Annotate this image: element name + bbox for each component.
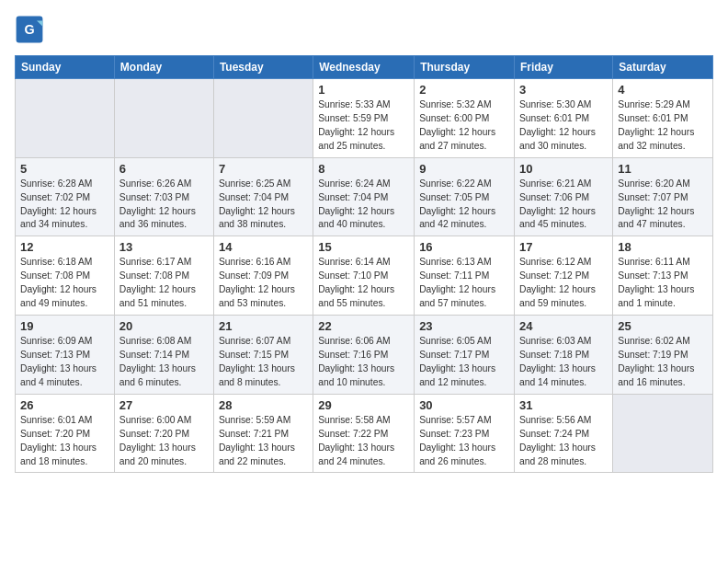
day-number: 10: [519, 162, 608, 176]
svg-text:G: G: [24, 22, 34, 37]
day-info: Sunrise: 6:01 AM Sunset: 7:20 PM Dayligh…: [20, 414, 109, 469]
day-number: 13: [119, 240, 209, 254]
calendar-cell: 19Sunrise: 6:09 AM Sunset: 7:13 PM Dayli…: [16, 316, 115, 395]
day-info: Sunrise: 6:25 AM Sunset: 7:04 PM Dayligh…: [219, 178, 308, 233]
calendar-cell: 20Sunrise: 6:08 AM Sunset: 7:14 PM Dayli…: [114, 316, 213, 395]
day-info: Sunrise: 6:28 AM Sunset: 7:02 PM Dayligh…: [20, 178, 109, 233]
calendar-cell: 4Sunrise: 5:29 AM Sunset: 6:01 PM Daylig…: [613, 79, 713, 158]
day-number: 7: [219, 162, 308, 176]
calendar-week-row: 1Sunrise: 5:33 AM Sunset: 5:59 PM Daylig…: [16, 79, 713, 158]
day-info: Sunrise: 6:05 AM Sunset: 7:17 PM Dayligh…: [419, 335, 509, 390]
calendar-cell: 31Sunrise: 5:56 AM Sunset: 7:24 PM Dayli…: [514, 394, 612, 473]
calendar-cell: 27Sunrise: 6:00 AM Sunset: 7:20 PM Dayli…: [114, 394, 213, 473]
calendar-cell: 17Sunrise: 6:12 AM Sunset: 7:12 PM Dayli…: [514, 236, 612, 316]
day-info: Sunrise: 5:30 AM Sunset: 6:01 PM Dayligh…: [519, 98, 608, 154]
calendar-cell: [16, 79, 115, 158]
day-info: Sunrise: 6:14 AM Sunset: 7:10 PM Dayligh…: [318, 256, 409, 311]
calendar-cell: 8Sunrise: 6:24 AM Sunset: 7:04 PM Daylig…: [313, 157, 415, 236]
day-info: Sunrise: 6:22 AM Sunset: 7:05 PM Dayligh…: [419, 178, 509, 233]
day-number: 26: [20, 398, 109, 412]
calendar-cell: 13Sunrise: 6:17 AM Sunset: 7:08 PM Dayli…: [114, 236, 213, 316]
day-header-friday: Friday: [514, 56, 612, 79]
day-header-wednesday: Wednesday: [313, 56, 415, 79]
day-number: 8: [318, 162, 409, 176]
day-header-thursday: Thursday: [415, 56, 515, 79]
calendar-cell: 1Sunrise: 5:33 AM Sunset: 5:59 PM Daylig…: [313, 79, 415, 158]
day-number: 25: [618, 319, 708, 333]
day-number: 11: [618, 162, 708, 176]
day-info: Sunrise: 6:24 AM Sunset: 7:04 PM Dayligh…: [318, 178, 409, 233]
day-header-monday: Monday: [114, 56, 213, 79]
calendar-cell: [213, 79, 313, 158]
day-number: 20: [119, 319, 209, 333]
day-number: 18: [618, 240, 708, 254]
calendar-cell: 22Sunrise: 6:06 AM Sunset: 7:16 PM Dayli…: [313, 316, 415, 395]
calendar-week-row: 5Sunrise: 6:28 AM Sunset: 7:02 PM Daylig…: [16, 157, 713, 236]
day-info: Sunrise: 6:09 AM Sunset: 7:13 PM Dayligh…: [20, 335, 109, 390]
page-header: G: [15, 15, 713, 44]
calendar-week-row: 26Sunrise: 6:01 AM Sunset: 7:20 PM Dayli…: [16, 394, 713, 473]
day-number: 2: [419, 83, 509, 97]
calendar-cell: 28Sunrise: 5:59 AM Sunset: 7:21 PM Dayli…: [213, 394, 313, 473]
calendar-cell: 24Sunrise: 6:03 AM Sunset: 7:18 PM Dayli…: [514, 316, 612, 395]
day-header-sunday: Sunday: [16, 56, 115, 79]
day-info: Sunrise: 6:18 AM Sunset: 7:08 PM Dayligh…: [20, 256, 109, 311]
day-number: 16: [419, 240, 509, 254]
day-number: 28: [219, 398, 308, 412]
calendar-cell: [114, 79, 213, 158]
calendar-cell: 2Sunrise: 5:32 AM Sunset: 6:00 PM Daylig…: [415, 79, 515, 158]
day-number: 23: [419, 319, 509, 333]
day-info: Sunrise: 6:03 AM Sunset: 7:18 PM Dayligh…: [519, 335, 608, 390]
day-info: Sunrise: 5:33 AM Sunset: 5:59 PM Dayligh…: [318, 98, 409, 154]
day-number: 12: [20, 240, 109, 254]
calendar-cell: 10Sunrise: 6:21 AM Sunset: 7:06 PM Dayli…: [514, 157, 612, 236]
day-info: Sunrise: 6:07 AM Sunset: 7:15 PM Dayligh…: [219, 335, 308, 390]
calendar-cell: 5Sunrise: 6:28 AM Sunset: 7:02 PM Daylig…: [16, 157, 115, 236]
calendar-cell: 7Sunrise: 6:25 AM Sunset: 7:04 PM Daylig…: [213, 157, 313, 236]
logo-icon: G: [15, 15, 44, 44]
day-number: 6: [119, 162, 209, 176]
calendar-cell: 29Sunrise: 5:58 AM Sunset: 7:22 PM Dayli…: [313, 394, 415, 473]
day-info: Sunrise: 6:02 AM Sunset: 7:19 PM Dayligh…: [618, 335, 708, 390]
day-info: Sunrise: 5:59 AM Sunset: 7:21 PM Dayligh…: [219, 414, 308, 469]
day-info: Sunrise: 6:17 AM Sunset: 7:08 PM Dayligh…: [119, 256, 209, 311]
calendar-cell: 11Sunrise: 6:20 AM Sunset: 7:07 PM Dayli…: [613, 157, 713, 236]
day-number: 19: [20, 319, 109, 333]
day-number: 5: [20, 162, 109, 176]
day-number: 3: [519, 83, 608, 97]
day-number: 15: [318, 240, 409, 254]
calendar-cell: 21Sunrise: 6:07 AM Sunset: 7:15 PM Dayli…: [213, 316, 313, 395]
day-info: Sunrise: 6:21 AM Sunset: 7:06 PM Dayligh…: [519, 178, 608, 233]
calendar-cell: 18Sunrise: 6:11 AM Sunset: 7:13 PM Dayli…: [613, 236, 713, 316]
day-number: 24: [519, 319, 608, 333]
day-number: 21: [219, 319, 308, 333]
calendar-cell: 16Sunrise: 6:13 AM Sunset: 7:11 PM Dayli…: [415, 236, 515, 316]
day-number: 17: [519, 240, 608, 254]
day-info: Sunrise: 5:58 AM Sunset: 7:22 PM Dayligh…: [318, 414, 409, 469]
calendar-cell: 3Sunrise: 5:30 AM Sunset: 6:01 PM Daylig…: [514, 79, 612, 158]
day-number: 30: [419, 398, 509, 412]
day-info: Sunrise: 5:56 AM Sunset: 7:24 PM Dayligh…: [519, 414, 608, 469]
day-info: Sunrise: 5:32 AM Sunset: 6:00 PM Dayligh…: [419, 98, 509, 154]
day-number: 4: [618, 83, 708, 97]
day-info: Sunrise: 6:06 AM Sunset: 7:16 PM Dayligh…: [318, 335, 409, 390]
calendar-week-row: 19Sunrise: 6:09 AM Sunset: 7:13 PM Dayli…: [16, 316, 713, 395]
day-info: Sunrise: 6:13 AM Sunset: 7:11 PM Dayligh…: [419, 256, 509, 311]
calendar-cell: 26Sunrise: 6:01 AM Sunset: 7:20 PM Dayli…: [16, 394, 115, 473]
day-info: Sunrise: 5:29 AM Sunset: 6:01 PM Dayligh…: [618, 98, 708, 154]
day-number: 31: [519, 398, 608, 412]
calendar-cell: 6Sunrise: 6:26 AM Sunset: 7:03 PM Daylig…: [114, 157, 213, 236]
day-info: Sunrise: 6:08 AM Sunset: 7:14 PM Dayligh…: [119, 335, 209, 390]
day-info: Sunrise: 5:57 AM Sunset: 7:23 PM Dayligh…: [419, 414, 509, 469]
calendar-cell: 9Sunrise: 6:22 AM Sunset: 7:05 PM Daylig…: [415, 157, 515, 236]
calendar-cell: 23Sunrise: 6:05 AM Sunset: 7:17 PM Dayli…: [415, 316, 515, 395]
day-info: Sunrise: 6:11 AM Sunset: 7:13 PM Dayligh…: [618, 256, 708, 311]
calendar-cell: 30Sunrise: 5:57 AM Sunset: 7:23 PM Dayli…: [415, 394, 515, 473]
calendar-cell: [613, 394, 713, 473]
day-number: 1: [318, 83, 409, 97]
day-info: Sunrise: 6:16 AM Sunset: 7:09 PM Dayligh…: [219, 256, 308, 311]
day-number: 27: [119, 398, 209, 412]
day-header-saturday: Saturday: [613, 56, 713, 79]
calendar-cell: 25Sunrise: 6:02 AM Sunset: 7:19 PM Dayli…: [613, 316, 713, 395]
day-info: Sunrise: 6:12 AM Sunset: 7:12 PM Dayligh…: [519, 256, 608, 311]
